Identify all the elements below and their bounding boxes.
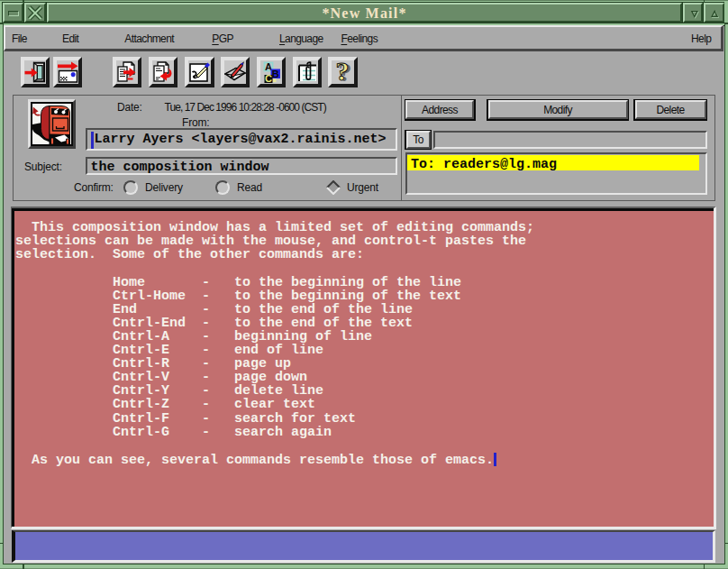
svg-text:B: B: [272, 69, 279, 79]
svg-text:?: ?: [336, 60, 350, 84]
svg-text:C: C: [265, 73, 272, 84]
